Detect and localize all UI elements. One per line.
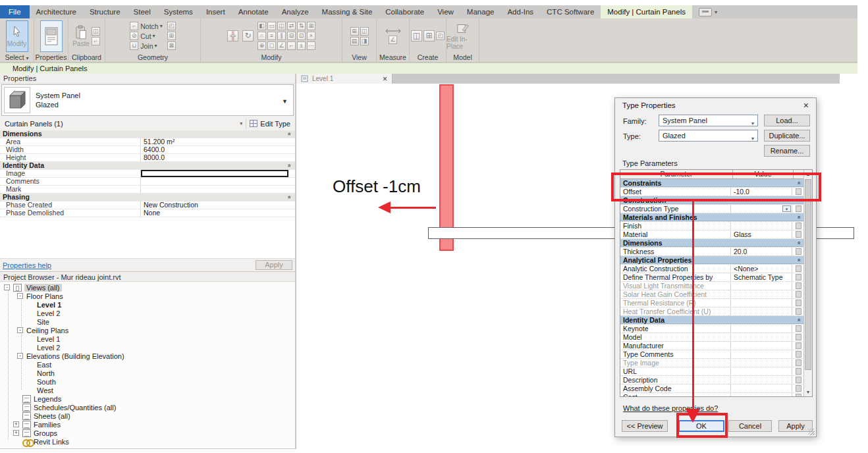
displace-icon[interactable]: ◨ [360,37,369,45]
mirror-line-icon[interactable]: ⇄ [287,22,296,30]
tree-item[interactable]: Level 2 [0,309,295,317]
corner-icon[interactable]: ⌐ [287,41,296,50]
scrollbar-thumb[interactable] [805,179,811,370]
pin-icon[interactable]: ⊡ [297,32,306,40]
property-value[interactable] [141,178,288,185]
parameter-value[interactable] [731,350,792,358]
edit-type-button[interactable]: Edit Type [246,118,294,130]
property-value[interactable]: 8000.0 [141,154,288,161]
properties-group-label[interactable]: Properties [34,53,68,62]
parameter-group-header[interactable]: Dimensions » [620,239,804,247]
parameter-value[interactable] [731,385,792,392]
tree-item[interactable]: South [0,377,295,386]
parameter-value[interactable]: Glass [731,230,792,238]
ribbon-tab[interactable]: Architecture [30,5,83,18]
tree-item[interactable]: West [0,386,295,394]
tab-file[interactable]: File [0,5,30,18]
type-selector[interactable]: System Panel Glazed ▼ [1,84,294,116]
type-parameter-row[interactable]: Dimensions » [620,239,804,248]
parameter-value[interactable] [731,307,792,315]
ribbon-tab[interactable]: Add-Ins [501,5,540,18]
tree-item[interactable]: + Families [0,420,295,429]
associate-parameter-button[interactable] [796,274,801,280]
parameter-value[interactable] [731,393,792,397]
parameter-value[interactable] [731,376,792,384]
associate-parameter-button[interactable] [796,368,801,375]
offset-icon[interactable]: ▭ [267,22,276,30]
close-icon[interactable]: × [383,76,387,82]
associate-parameter-button[interactable] [796,394,801,397]
associate-parameter-button[interactable] [796,342,801,349]
trim-icon[interactable]: ∥ [277,32,286,40]
edit-in-place-label[interactable]: Edit In-Place [447,36,479,50]
dimension-icon[interactable]: ∠ [389,36,397,44]
parameter-value[interactable] [731,367,792,375]
property-group-header[interactable]: Dimensions » [0,130,295,138]
type-parameter-row[interactable]: Model [620,333,804,342]
properties-help-link[interactable]: Properties help [3,261,51,269]
override-graphics-icon[interactable]: ◫ [360,27,369,36]
demolish-icon[interactable]: ⊠ [167,41,176,50]
property-row[interactable]: Image [0,170,295,178]
tree-expander-icon[interactable]: - [4,284,10,290]
more-tools-icon[interactable]: ⋯ [307,41,315,50]
type-parameter-row[interactable]: Analytical Properties » [620,256,804,265]
tree-item[interactable]: Sheets (all) [0,412,295,420]
property-row[interactable]: Height 8000.0 [0,154,295,162]
drawing-area[interactable]: Level 1 × Offset -1cm Type Properties × … [296,74,857,453]
tree-item[interactable]: Legends [0,394,295,403]
property-row[interactable]: Phase Demolished None [0,209,295,217]
rotate-icon[interactable]: ↻ [242,30,254,41]
tree-expander-icon[interactable]: - [17,327,23,333]
property-group-header[interactable]: Identity Data » [0,162,295,169]
type-combo[interactable]: Glazed ▾ [659,130,758,142]
selected-curtain-panel[interactable] [439,84,454,251]
associate-parameter-button[interactable] [796,377,801,383]
associate-parameter-button[interactable] [796,325,801,332]
parameter-value[interactable] [731,325,792,333]
parameter-value[interactable]: <None> [731,265,792,273]
associate-parameter-button[interactable] [796,385,801,392]
tree-item[interactable]: Level 1 [0,300,295,309]
ribbon-tab[interactable]: Systems [157,5,200,18]
tree-item[interactable]: Site [0,317,295,326]
property-value[interactable]: None [141,209,288,217]
delete-icon[interactable]: × [307,32,315,40]
type-parameter-row[interactable]: Materials and Finishes » [620,213,804,222]
type-parameter-row[interactable]: Type Comments [620,350,804,359]
rename-button[interactable]: Rename... [764,145,810,157]
parameter-group-header[interactable]: Identity Data » [620,316,804,324]
parameter-value[interactable]: ▾ [731,205,792,213]
associate-parameter-button[interactable] [796,300,801,306]
parameter-value[interactable] [731,299,792,307]
parameter-value[interactable]: Schematic Type [731,273,792,281]
associate-parameter-button[interactable] [796,223,801,229]
wall-sweep-icon[interactable]: ⊞ [167,32,176,40]
ribbon-tab[interactable]: Insert [200,5,232,18]
notch-button[interactable]: ⌐Notch▾ [129,21,162,31]
parameter-value[interactable] [731,359,792,367]
associate-parameter-button[interactable] [796,248,801,255]
split-icon[interactable]: ⊟ [287,32,296,40]
type-parameter-row[interactable]: Keynote [620,325,804,333]
tree-item[interactable]: Level 2 [0,343,295,352]
property-row[interactable]: Comments [0,178,295,186]
resize-grip[interactable] [808,429,815,435]
property-value[interactable]: New Construction [141,201,288,209]
type-parameter-row[interactable]: Construction Type ▾ [620,205,804,213]
associate-parameter-button[interactable] [796,351,801,358]
associate-parameter-button[interactable] [796,205,801,212]
angle-icon[interactable]: ∠ [277,41,286,50]
tree-item[interactable]: + Groups [0,429,295,437]
create-group-icon[interactable]: ⊞ [423,30,435,41]
selection-filter-combo[interactable]: Curtain Panels (1) ▾ [1,118,246,130]
mirror-axis-icon[interactable]: ◫ [277,22,286,30]
associate-parameter-button[interactable] [796,308,801,315]
hide-element-icon[interactable]: ⊞ [350,27,359,36]
ribbon-tab[interactable]: CTC Software [540,5,601,18]
close-icon[interactable]: × [803,100,809,111]
ribbon-tab[interactable]: Massing & Site [315,5,379,18]
type-parameter-row[interactable]: URL [620,367,804,376]
cancel-button[interactable]: Cancel [728,420,772,432]
ribbon-tab[interactable]: Structure [83,5,127,18]
